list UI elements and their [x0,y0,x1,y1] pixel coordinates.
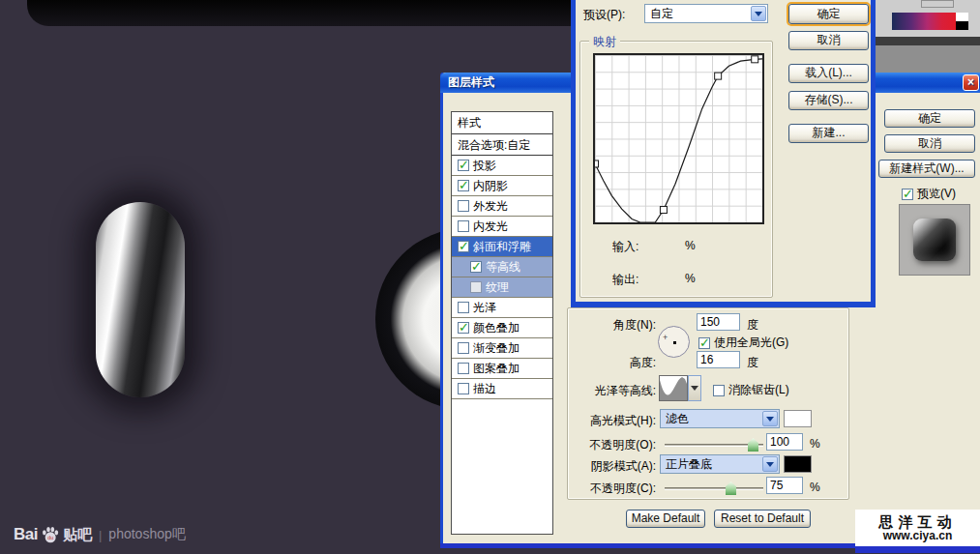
effect-row-color-overlay[interactable]: 颜色叠加 [452,318,552,338]
studio-name-text: 思洋互动 [879,513,957,530]
effect-row-satin[interactable]: 光泽 [452,298,552,318]
chevron-down-icon[interactable] [762,411,778,426]
effect-label: 图案叠加 [473,361,520,377]
reset-to-default-button[interactable]: Reset to Default [714,510,811,528]
effect-label: 外发光 [473,198,508,215]
checkbox-icon[interactable] [698,337,710,349]
effect-label: 颜色叠加 [473,320,520,336]
effect-row-outer-glow[interactable]: 外发光 [452,196,552,217]
effect-label: 等高线 [486,259,520,276]
checkbox-icon[interactable] [458,160,469,171]
highlight-opacity-input[interactable] [766,433,803,451]
checkbox-icon[interactable] [458,220,469,232]
preset-select[interactable]: 自定 [644,4,768,23]
checkbox-icon[interactable] [458,322,469,334]
new-button[interactable]: 新建... [788,124,869,143]
checkbox-icon[interactable] [713,385,725,396]
ok-button[interactable]: 确定 [788,4,869,24]
effect-row-inner-shadow[interactable]: 内阴影 [452,176,552,196]
shadow-mode-label: 阴影模式(A): [554,458,656,475]
angle-dial[interactable]: + [658,326,690,358]
effect-label: 纹理 [486,279,509,296]
white-swatch[interactable] [956,13,968,21]
baidu-brand-text: Bai [14,525,38,544]
slider-thumb[interactable] [748,438,758,452]
effect-row-texture[interactable]: 纹理 [452,277,552,298]
highlight-opacity-unit: % [810,437,820,451]
load-button[interactable]: 载入(L)... [788,64,869,83]
checkbox-icon[interactable] [470,261,482,273]
angle-input[interactable] [697,313,740,331]
style-preview-image [913,219,956,261]
checkbox-icon[interactable] [458,200,469,212]
effect-row-pattern-overlay[interactable]: 图案叠加 [452,359,552,379]
highlight-color-swatch[interactable] [784,410,812,427]
effect-row-gradient-overlay[interactable]: 渐变叠加 [452,338,552,359]
slider-track [665,487,763,490]
shadow-opacity-unit: % [810,481,820,494]
checkbox-icon[interactable] [458,383,469,394]
gloss-contour-dropdown-button[interactable] [688,375,701,401]
effect-label: 内发光 [473,219,508,235]
baidu-tieba-watermark: Bai du 贴吧 | photoshop吧 [14,525,186,544]
checkbox-icon[interactable] [458,180,469,191]
checkbox-icon[interactable] [470,281,482,293]
checkbox-icon[interactable] [458,241,469,252]
angle-unit: 度 [747,317,758,334]
chevron-down-icon[interactable] [762,456,778,472]
effect-row-stroke[interactable]: 描边 [452,379,552,399]
blending-options-item[interactable]: 混合选项:自定 [452,134,552,156]
slider-thumb[interactable] [726,481,736,495]
effect-row-drop-shadow[interactable]: 投影 [452,156,552,176]
shadow-opacity-input[interactable] [766,477,803,494]
checkbox-icon[interactable] [458,302,469,313]
contour-curve [595,55,762,222]
anti-alias-checkbox[interactable]: 消除锯齿(L) [713,382,789,398]
watermark-divider: | [99,528,102,542]
output-label: 输出: [612,272,638,288]
checkbox-icon[interactable] [902,189,913,200]
close-button[interactable]: × [963,74,979,91]
canvas-glossy-pill-art [96,202,185,397]
preview-checkbox[interactable]: 预览(V) [902,186,956,202]
shadow-opacity-label: 不透明度(C): [554,481,656,497]
highlight-mode-value: 滤色 [666,412,689,425]
gloss-contour-label: 光泽等高线: [554,383,656,399]
color-spectrum-bar[interactable] [892,13,956,30]
highlight-opacity-slider[interactable] [665,438,763,452]
style-preview-panel [899,204,970,276]
angle-label: 角度(N): [554,317,656,334]
altitude-input[interactable] [697,351,740,368]
cancel-button[interactable]: 取消 [788,31,869,50]
baidu-paw-icon: du [41,525,60,544]
shadow-mode-select[interactable]: 正片叠底 [660,454,780,474]
chevron-glyph [766,417,774,422]
checkbox-icon[interactable] [458,363,469,374]
angle-dial-center [673,341,676,344]
effect-row-bevel-emboss[interactable]: 斜面和浮雕 [452,237,552,257]
styles-header[interactable]: 样式 [452,112,552,134]
global-light-checkbox[interactable]: 使用全局光(G) [698,335,788,351]
cancel-button[interactable]: 取消 [884,134,975,153]
effect-label: 光泽 [473,300,496,316]
studio-watermark-underline [855,546,980,553]
make-default-button[interactable]: Make Default [626,510,705,528]
shadow-opacity-slider[interactable] [665,481,763,495]
ok-button[interactable]: 确定 [884,109,975,128]
panel-gray-area [876,45,980,73]
contour-curve-grid[interactable] [593,53,764,224]
effects-list: 样式 混合选项:自定 投影 内阴影 外发光 内发光 斜面和浮雕 等高线 [451,111,553,535]
gloss-contour-swatch[interactable] [659,375,688,401]
highlight-mode-select[interactable]: 滤色 [660,409,780,428]
effect-row-inner-glow[interactable]: 内发光 [452,217,552,237]
chevron-down-icon [691,386,698,391]
effect-row-contour[interactable]: 等高线 [452,257,552,277]
shadow-color-swatch[interactable] [784,455,812,473]
preview-label: 预览(V) [917,186,956,202]
output-unit: % [685,272,696,285]
black-swatch[interactable] [956,21,968,30]
chevron-down-icon[interactable] [751,6,766,21]
new-style-button[interactable]: 新建样式(W)... [878,160,975,178]
checkbox-icon[interactable] [458,342,469,354]
save-button[interactable]: 存储(S)... [788,91,869,110]
